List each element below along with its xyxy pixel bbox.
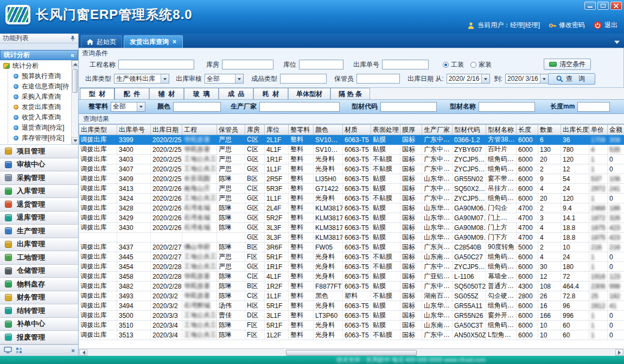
column-header[interactable]: 膜厚 <box>400 125 422 135</box>
close-button[interactable] <box>610 2 622 10</box>
tree-item[interactable]: 收货入库查询 <box>8 112 78 123</box>
monitor-icon[interactable] <box>4 347 12 354</box>
accordion-item[interactable]: 财务管理 <box>0 291 78 305</box>
column-header[interactable]: 数量 <box>538 125 561 135</box>
column-header[interactable]: 材质 <box>343 125 371 135</box>
accordion-item[interactable]: 生产管理 <box>0 225 78 238</box>
column-header[interactable]: 颜色 <box>314 125 343 135</box>
accordion-item[interactable]: 入库管理 <box>0 185 78 199</box>
column-header[interactable]: 长度 <box>517 125 538 135</box>
tree-item[interactable]: 在途信息查询[待 <box>8 81 78 92</box>
manufacturer-input[interactable] <box>259 102 340 112</box>
dock-overflow-icon[interactable]: » <box>71 347 74 354</box>
sidebar-section-header[interactable]: 统计分析 « <box>0 50 78 60</box>
accordion-item[interactable]: 采购管理 <box>0 171 78 185</box>
horizontal-scrollbar[interactable] <box>79 348 624 356</box>
table-row[interactable]: 调拨出库34942020/3/2石湾辉城汤伟H区5R1F整料光身料6063-T5… <box>79 301 624 311</box>
column-header[interactable]: 整零料 <box>289 125 314 135</box>
table-row[interactable]: 调拨出库34302020/2/26石湾名城陈琳G区3L3F整料KLM381760… <box>79 223 624 233</box>
table-row[interactable]: 调拨出库34132020/2/26南海山庄严思C区5R3F整料G71422606… <box>79 184 624 194</box>
date-from-picker[interactable]: 2020/ 2/16 <box>447 74 490 84</box>
scroll-left-icon[interactable] <box>79 349 87 356</box>
column-header[interactable]: 出库单号 <box>117 125 151 135</box>
accordion-item[interactable]: 出库管理 <box>0 238 78 252</box>
table-row[interactable]: 调拨出库35002020/3/3工地公共工程曹佳D区3L1F整料LT3P6060… <box>79 311 624 321</box>
query-button[interactable]: 查 询 <box>548 73 595 85</box>
profile-code-input[interactable] <box>380 102 437 112</box>
material-tab[interactable]: 耗 材 <box>253 88 288 99</box>
tree-item[interactable]: 退货查询[待定] <box>8 123 78 133</box>
table-row[interactable]: 调拨出库34822020/2/28华苑原著陈琳B区1R2F整料F8877FT60… <box>79 282 624 291</box>
tab-shipment-outbound-query[interactable]: 发货出库查询 × <box>124 35 183 48</box>
material-tab[interactable]: 辅 材 <box>149 88 184 99</box>
outbound-type-select[interactable]: 生产领料出库 <box>114 74 169 84</box>
material-tab[interactable]: 隔 热 条 <box>330 88 370 99</box>
whole-part-select[interactable]: 全部 <box>111 102 145 112</box>
order-no-input[interactable] <box>382 60 429 69</box>
grid-icon[interactable] <box>16 347 22 354</box>
accordion-item[interactable]: 结转管理 <box>0 304 78 318</box>
column-header[interactable]: 金额 <box>608 125 624 135</box>
table-row[interactable]: 调拨出库34542020/2/28工地公共工程严思G区1R1F整料光身料6063… <box>79 262 624 272</box>
column-header[interactable]: 单价 <box>589 125 608 135</box>
table-row[interactable]: 调拨出库34092020/2/25长安花园陈琳B区2R5F整料LI35H0606… <box>79 174 624 184</box>
accordion-item[interactable]: 审核中心 <box>0 158 78 172</box>
project-name-input[interactable] <box>118 60 194 69</box>
scroll-up-icon[interactable] <box>72 60 78 67</box>
change-password-button[interactable]: 修改密码 <box>549 21 585 30</box>
column-header[interactable]: 出库日期 <box>151 125 182 135</box>
logout-button[interactable]: 退出 <box>594 21 617 30</box>
material-tab[interactable]: 配 件 <box>114 88 149 99</box>
accordion-item[interactable]: 工地管理 <box>0 251 78 265</box>
product-type-input[interactable] <box>280 74 327 84</box>
accordion-item[interactable]: 项目管理 <box>0 145 78 158</box>
accordion-item[interactable]: 报废管理 <box>0 331 78 344</box>
table-row[interactable]: 调拨出库34372020/2/27佛山华府陈琳B区3R6F整料FW056063-… <box>79 242 624 252</box>
audit-select[interactable]: 全部 <box>205 74 244 84</box>
tree-item[interactable]: 发货出库查询 <box>8 102 78 112</box>
table-row[interactable]: 调拨出库34032020/2/25工地公共工程严思G区1R1F整料光身料6063… <box>79 155 624 164</box>
table-row[interactable]: 调拨出库34582020/2/28华苑原著陈琳C区4L1F整料光身料6063-T… <box>79 272 624 282</box>
profile-name-input[interactable] <box>479 102 535 112</box>
material-tab[interactable]: 型 材 <box>80 88 114 99</box>
tree-scrollbar-thumb[interactable] <box>72 69 78 93</box>
table-row[interactable]: 调拨出库34932020/3/2华苑原著陈琳C区1L1F整料黑色塑料不贴膜国标湖… <box>79 291 624 301</box>
radio-industrial[interactable]: 工装 <box>443 60 464 69</box>
accordion-item[interactable]: 仓储管理 <box>0 265 78 278</box>
tab-close-icon[interactable]: × <box>172 39 177 45</box>
keeper-input[interactable] <box>356 74 400 84</box>
column-header[interactable]: 保管员 <box>217 125 245 135</box>
tree-item[interactable]: 采购入库查询 <box>8 92 78 102</box>
column-header[interactable]: 出库类型 <box>79 125 117 135</box>
radio-home[interactable]: 家装 <box>470 60 492 69</box>
location-input[interactable] <box>299 60 343 69</box>
date-to-picker[interactable]: 2020/ 3/16 <box>505 74 549 84</box>
column-header[interactable]: 型材名称 <box>486 125 517 135</box>
accordion-item[interactable]: 物料盘存 <box>0 278 78 291</box>
length-input[interactable] <box>577 102 610 112</box>
scroll-right-icon[interactable] <box>615 349 623 356</box>
accordion-item[interactable]: 补单中心 <box>0 318 78 331</box>
column-header[interactable]: 库房 <box>245 125 265 135</box>
column-header[interactable]: 库位 <box>265 125 289 135</box>
tree-item[interactable]: 库存管理[待定] <box>8 133 78 143</box>
table-row[interactable]: 调拨出库34282020/2/26石湾名城陈琳G区2L4F整料KLM381760… <box>79 203 624 213</box>
clear-conditions-button[interactable]: 清空条件 <box>544 59 591 70</box>
tab-overflow-arrow-icon[interactable] <box>614 41 620 47</box>
table-row[interactable]: 调拨出库34072020/2/25工地公共工程严思G区1L1F整料光身料6063… <box>79 164 624 174</box>
table-row[interactable]: 调拨出库34292020/2/26石湾名城陈琳G区5R2F整料KLM381760… <box>79 213 624 223</box>
tree-item[interactable]: 预算执行查询 <box>8 71 78 81</box>
hscroll-thumb[interactable] <box>286 350 417 356</box>
scroll-down-icon[interactable] <box>72 137 78 144</box>
table-row[interactable]: 调拨出库35132020/3/4工地公共工程陈琳F区1L2F整料光身料6063-… <box>79 330 624 340</box>
column-header[interactable]: 出库长度 <box>561 125 589 135</box>
tree-scrollbar[interactable] <box>71 60 78 144</box>
maximize-button[interactable] <box>597 2 609 10</box>
pin-icon[interactable] <box>70 35 75 41</box>
tree-root[interactable]: 统计分析 <box>0 60 78 71</box>
column-header[interactable]: 表面处理 <box>371 125 400 135</box>
material-tab[interactable]: 玻 璃 <box>184 88 219 99</box>
column-header[interactable]: 工程 <box>182 125 217 135</box>
column-header[interactable]: 生产厂家 <box>422 125 453 135</box>
material-tab[interactable]: 成 品 <box>219 88 253 99</box>
